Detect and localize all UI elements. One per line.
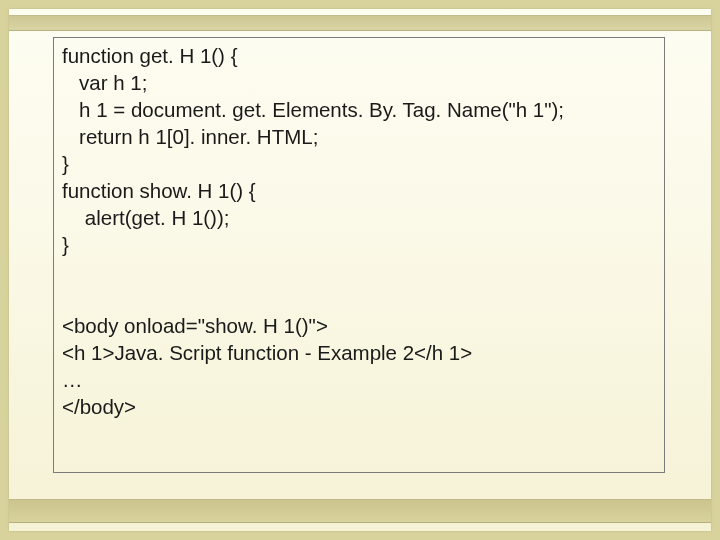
code-line: alert(get. H 1()); <box>62 204 656 231</box>
code-line: } <box>62 231 656 258</box>
code-example-box: function get. H 1() { var h 1; h 1 = doc… <box>53 37 665 473</box>
blank-line <box>62 285 656 312</box>
slide: function get. H 1() { var h 1; h 1 = doc… <box>9 9 711 531</box>
code-line: <h 1>Java. Script function - Example 2</… <box>62 339 656 366</box>
blank-line <box>62 258 656 285</box>
code-line: var h 1; <box>62 69 656 96</box>
code-line: </body> <box>62 393 656 420</box>
code-line: h 1 = document. get. Elements. By. Tag. … <box>62 96 656 123</box>
code-line: … <box>62 366 656 393</box>
code-line: <body onload="show. H 1()"> <box>62 312 656 339</box>
code-line: } <box>62 150 656 177</box>
decorative-bottom-band <box>9 499 711 523</box>
decorative-top-band <box>9 15 711 31</box>
code-line: return h 1[0]. inner. HTML; <box>62 123 656 150</box>
code-line: function show. H 1() { <box>62 177 656 204</box>
code-line: function get. H 1() { <box>62 42 656 69</box>
